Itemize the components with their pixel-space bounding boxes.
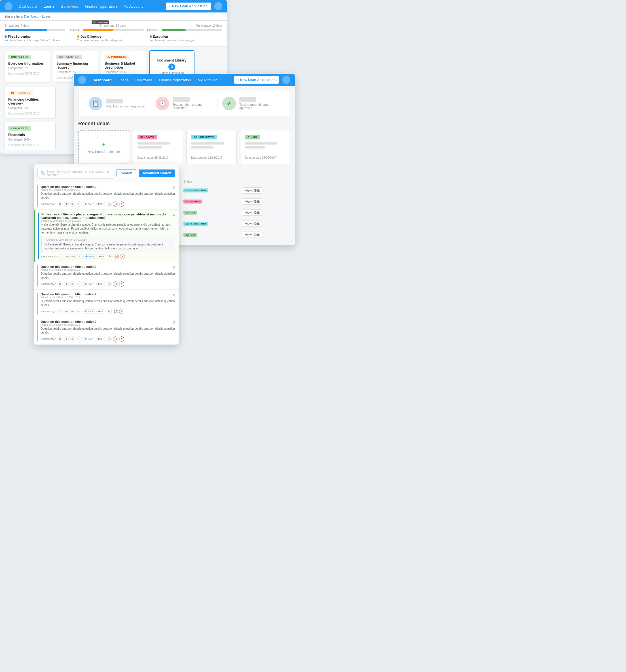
tag-bma[interactable]: 👁 BMA [83,255,96,259]
tag-icon-f[interactable]: F [76,336,82,341]
tag-icon-bm[interactable]: BM [71,254,76,259]
td-action[interactable]: View / Edit [239,218,290,229]
tag-icon-attach[interactable]: 📎 [107,201,112,207]
tag-icon-flag[interactable]: ⚑ [120,254,125,259]
qa-expand-icon[interactable]: ∨ [172,292,175,297]
front-navbar: Dashboard Loans Borrowers Finalise regis… [74,74,295,86]
tag-icon-attach[interactable]: 📎 [107,309,112,314]
breadcrumb-dashboard[interactable]: Dashboard [24,15,40,18]
qa-left-bar [38,213,39,259]
back-nav-myaccount[interactable]: My Account [121,3,145,10]
deal-card-submitted[interactable]: S2 - SUBMITTED Date created 25/06/2017 [186,130,237,164]
view-edit-button[interactable]: View / Edit [242,220,263,227]
tag-icon-msg[interactable]: 💬 [113,336,118,341]
tag-icon-attach[interactable]: 📎 [107,336,112,341]
back-nav-cta[interactable]: + New Loan Application [166,3,211,10]
front-nav-finalise[interactable]: Finalise registration [156,76,194,84]
tag-icon-ff[interactable]: FF [64,309,69,314]
search-button[interactable]: Search [117,169,136,177]
td-action[interactable]: View / Edit [239,229,290,240]
qa-expand-icon[interactable]: ∧ [172,213,175,217]
tag-icon-c[interactable]: C [57,336,63,341]
qa-tag-required: * [55,283,56,285]
back-breadcrumb: You are here: Dashboard › Loans [0,13,227,21]
tag-icon-flag[interactable]: ⚑ [119,309,124,314]
td-action[interactable]: View / Edit [239,207,290,218]
tag-icon-ff[interactable]: FF [64,201,69,207]
tag-icon-msg[interactable]: 💬 [113,282,118,287]
tag-psa[interactable]: PSA [96,337,106,341]
td-action[interactable]: View / Edit [239,196,290,207]
stage-bars: You are here Decision Decision [4,28,222,31]
advanced-search-button[interactable]: Advanced Search [139,169,175,177]
tag-icon-bm[interactable]: BM [70,309,75,314]
new-loan-card[interactable]: + New Loan Application [78,130,129,164]
tag-icon-ff[interactable]: FF [65,254,70,259]
tag-icon-f[interactable]: F [76,282,82,287]
tag-icon-msg[interactable]: 💬 [113,201,118,207]
front-nav-loans[interactable]: Loans [116,76,131,84]
qa-left-bar [38,185,38,207]
tag-icon-ff[interactable]: FF [64,282,69,287]
qa-expand-icon[interactable]: ∨ [172,320,175,325]
tag-icon-bm[interactable]: BM [70,282,75,287]
tag-icon-f[interactable]: F [76,201,82,207]
deal-card-saved[interactable]: S1 - SAVED Date created 25/06/2017 [133,130,183,164]
tag-psa[interactable]: PSA [97,255,106,259]
tag-bma[interactable]: 👁 BMA [83,310,95,313]
deal-card-go[interactable]: S1 - GO Date created 25/06/2017 [240,130,291,164]
card-status-in-progress: IN PROGRESS [105,55,130,59]
tag-icon-flag[interactable]: ⚑ [119,201,124,207]
tag-icon-flag[interactable]: ⚑ [119,282,124,287]
search-input-wrap: 🔍 Search by word in question or in answe… [38,168,114,178]
tag-icon-ff[interactable]: FF [64,336,69,341]
qa-question-title: Question title question title question? [41,185,96,189]
tag-icon-c[interactable]: C [57,201,63,207]
tag-icon-f[interactable]: F [77,254,82,259]
tag-icon-msg[interactable]: 💬 [114,254,119,259]
tag-icon-msg[interactable]: 💬 [113,309,118,314]
view-edit-button[interactable]: View / Edit [242,232,263,238]
back-nav-borrowers[interactable]: Borrowers [59,3,81,10]
tag-psa[interactable]: PSA [96,202,106,206]
qa-details: Question details question details questi… [41,299,175,307]
stat-loan-amount: 📋 Total loan amount requested [84,97,151,110]
qa-expand-icon[interactable]: ∨ [172,265,175,269]
tag-bma[interactable]: 👁 BMA [83,202,95,206]
back-nav-loans[interactable]: Loans [41,3,57,10]
tag-icon-c[interactable]: C [57,282,63,287]
card-financing-facilities[interactable]: IN PROGRESS Financing facilities overvie… [4,86,55,119]
front-nav-cta[interactable]: + New Loan Application [234,76,279,83]
tag-icon-c[interactable]: C [59,254,64,259]
stat-value-requested [173,97,190,102]
card-status-financials: COMPLETED [8,126,31,131]
view-edit-button[interactable]: View / Edit [242,187,263,194]
tag-psa[interactable]: PSA [96,282,106,286]
deals-row: + New Loan Application S1 - SAVED Date c… [74,130,295,169]
deal-name-blur-4 [191,146,213,148]
back-nav-dashboard[interactable]: Dashboard [16,3,40,10]
tag-icon-f[interactable]: F [76,309,82,314]
front-nav-myaccount[interactable]: My Account [195,76,219,84]
tag-bma[interactable]: 👁 BMA [83,337,95,341]
view-edit-button[interactable]: View / Edit [242,210,263,216]
td-action[interactable]: View / Edit [239,185,290,196]
tag-icon-attach[interactable]: 📎 [108,254,113,259]
front-nav-borrowers[interactable]: Borrowers [132,76,155,84]
tag-icon-bm[interactable]: BM [70,336,75,341]
card-borrower-info[interactable]: COMPLETED Borrower Information Completed… [4,50,50,83]
tag-icon-c[interactable]: C [57,309,63,314]
tag-icon-bm[interactable]: BM [70,201,75,207]
back-nav-finalise[interactable]: Finalise registration [82,3,120,10]
tag-psa[interactable]: PSA [96,310,106,313]
qa-tag-compulsory-label: Compulsory [41,203,54,206]
qa-expand-icon[interactable]: ∨ [172,185,175,190]
breadcrumb-loans[interactable]: Loans [42,15,50,18]
view-edit-button[interactable]: View / Edit [242,198,263,205]
card-financials[interactable]: COMPLETED Financials Completed: 100% Las… [4,122,55,150]
front-nav-dashboard[interactable]: Dashboard [90,76,115,84]
tag-icon-attach[interactable]: 📎 [107,282,112,287]
tag-icon-flag[interactable]: ⚑ [119,336,124,341]
td-status: S2 - SUBMITTED [181,218,239,229]
tag-bma[interactable]: 👁 BMA [83,282,95,286]
